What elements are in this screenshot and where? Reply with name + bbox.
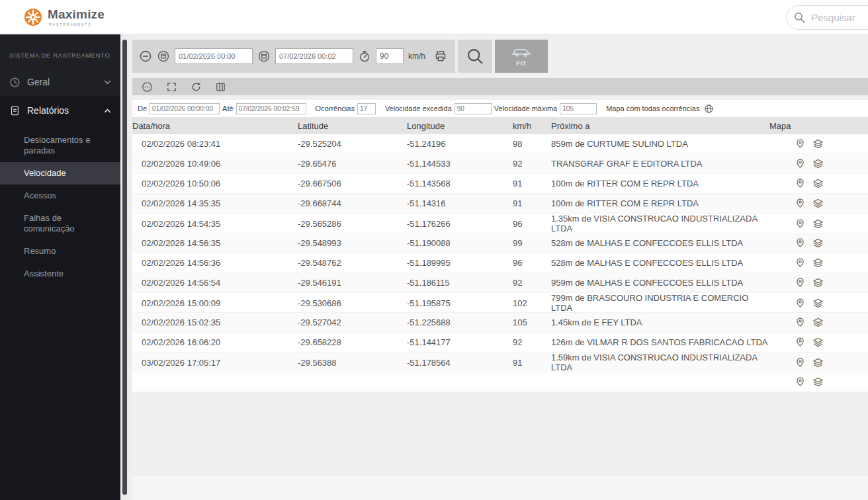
filter-vel-maxima-input[interactable]: [560, 103, 597, 114]
sidebar-item-resumo[interactable]: Resumo: [0, 240, 120, 263]
route-pin-icon: [795, 317, 806, 328]
cell-data-hora: 02/02/2026 15:00:09: [132, 298, 298, 308]
clock-icon: [9, 77, 21, 88]
sidebar-item-falhas[interactable]: Falhas de comunicação: [0, 207, 120, 240]
header-data-hora[interactable]: Data/hora: [132, 121, 298, 131]
table-row[interactable]: 02/02/2026 14:54:35 -29.565286 -51.17626…: [132, 214, 868, 233]
layers-icon: [812, 337, 824, 348]
cell-latitude: -29.668744: [298, 198, 407, 208]
cell-longitude: -51.24196: [407, 139, 513, 149]
show-route-button[interactable]: [795, 178, 806, 189]
table-row[interactable]: 02/02/2026 15:00:09 -29.530686 -51.19587…: [132, 293, 868, 313]
printer-icon[interactable]: [434, 50, 447, 63]
show-route-button[interactable]: [795, 317, 806, 328]
more-options-button[interactable]: [142, 81, 153, 93]
show-route-button[interactable]: [795, 158, 806, 169]
show-route-button[interactable]: [795, 298, 806, 309]
show-route-button[interactable]: [795, 277, 806, 288]
show-layers-button[interactable]: [812, 158, 824, 169]
table-row[interactable]: 03/02/2026 17:05:17 -29.56388 -51.178564…: [132, 353, 868, 372]
cell-kmh: 91: [513, 358, 551, 368]
layers-icon: [812, 317, 824, 328]
sidebar-item-acessos[interactable]: Acessos: [0, 185, 120, 207]
show-route-button[interactable]: [795, 337, 806, 348]
show-layers-button[interactable]: [812, 337, 824, 348]
search-input[interactable]: [811, 12, 868, 23]
show-layers-button[interactable]: [812, 198, 824, 209]
sidebar-item-deslocamentos[interactable]: Deslocamentos e paradas: [0, 129, 120, 162]
cell-longitude: -51.195875: [407, 298, 513, 308]
table-row[interactable]: 02/02/2026 14:56:36 -29.548762 -51.18999…: [132, 253, 868, 273]
show-layers-button[interactable]: [812, 237, 824, 249]
report-document-icon: [9, 105, 21, 116]
table-row[interactable]: 02/02/2026 15:02:35 -29.527042 -51.22568…: [132, 313, 868, 333]
header-longitude[interactable]: Longitude: [407, 121, 513, 131]
show-route-button[interactable]: [795, 138, 806, 149]
scrollbar-thumb[interactable]: [122, 40, 127, 495]
show-layers-button[interactable]: [812, 138, 824, 149]
show-route-button[interactable]: [795, 357, 806, 368]
refresh-button[interactable]: [191, 81, 202, 93]
date-from-input[interactable]: [175, 48, 253, 64]
columns-button[interactable]: [215, 81, 226, 93]
show-route-button[interactable]: [795, 376, 806, 388]
logo-subtext: RASTREAMENTO: [49, 22, 105, 26]
show-layers-button[interactable]: [812, 218, 824, 229]
sidebar-section-geral[interactable]: Geral: [0, 68, 120, 96]
cell-data-hora: 02/02/2026 14:35:35: [132, 198, 298, 208]
header-kmh[interactable]: km/h: [513, 121, 551, 131]
vehicle-fit-button[interactable]: FIT: [495, 40, 548, 73]
run-report-search-button[interactable]: [458, 40, 492, 73]
show-layers-button[interactable]: [812, 298, 824, 309]
cell-proximo-a: 126m de VILMAR R DOS SANTOS FABRICACAO L…: [551, 337, 769, 347]
sidebar-section-label: Relatórios: [27, 105, 104, 116]
filter-de-input[interactable]: [150, 103, 220, 114]
header-latitude[interactable]: Latitude: [298, 121, 407, 131]
globe-icon[interactable]: [704, 104, 714, 114]
map-all-occurrences-label: Mapa com todas ocorrências: [606, 104, 699, 112]
route-pin-icon: [795, 237, 806, 249]
cell-latitude: -29.658228: [298, 337, 407, 347]
show-route-button[interactable]: [795, 218, 806, 229]
filter-ate-input[interactable]: [236, 103, 306, 114]
speed-threshold-input[interactable]: [376, 48, 404, 64]
table-row[interactable]: 02/02/2026 16:06:20 -29.658228 -51.14417…: [132, 333, 868, 353]
interval-clock-icon[interactable]: [139, 50, 152, 63]
layers-icon: [812, 257, 824, 269]
show-layers-button[interactable]: [812, 178, 824, 189]
date-to-input[interactable]: [275, 48, 353, 64]
table-row[interactable]: 02/02/2026 10:49:06 -29.65476 -51.144533…: [132, 154, 868, 174]
cell-proximo-a: 100m de RITTER COM E REPR LTDA: [551, 198, 769, 208]
logo-link[interactable]: Maximize RASTREAMENTO: [24, 7, 105, 26]
filter-ate-label: Até: [222, 104, 234, 112]
table-row[interactable]: 02/02/2026 08:23:41 -29.525204 -51.24196…: [132, 134, 868, 154]
sidebar-section-relatorios[interactable]: Relatórios: [0, 96, 120, 125]
header-proximo-a[interactable]: Próximo a: [551, 121, 769, 131]
table-row[interactable]: 02/02/2026 14:56:35 -29.548993 -51.19008…: [132, 233, 868, 253]
show-layers-button[interactable]: [812, 376, 824, 388]
sidebar-item-assistente[interactable]: Assistente: [0, 263, 120, 285]
show-route-button[interactable]: [795, 237, 806, 249]
filter-vel-excedida-input[interactable]: [455, 103, 492, 114]
table-row[interactable]: 02/02/2026 14:35:35 -29.668744 -51.14316…: [132, 194, 868, 214]
show-layers-button[interactable]: [812, 257, 824, 269]
show-layers-button[interactable]: [812, 277, 824, 288]
route-pin-icon: [795, 337, 806, 348]
show-route-button[interactable]: [795, 257, 806, 269]
route-pin-icon: [795, 257, 806, 269]
fullscreen-button[interactable]: [166, 81, 177, 93]
filter-ocorrencias-input[interactable]: [357, 103, 376, 114]
cell-longitude: -51.176266: [407, 219, 513, 229]
cell-latitude: -29.525204: [298, 139, 407, 149]
sidebar-item-velocidade[interactable]: Velocidade: [0, 162, 120, 185]
table-row[interactable]: 02/02/2026 10:50:06 -29.667506 -51.14356…: [132, 174, 868, 194]
cell-kmh: 105: [513, 317, 551, 327]
show-route-button[interactable]: [795, 198, 806, 209]
table-row[interactable]: 02/02/2026 14:56:54 -29.546191 -51.18611…: [132, 273, 868, 293]
show-layers-button[interactable]: [812, 317, 824, 328]
header-mapa[interactable]: Mapa: [769, 121, 868, 131]
show-layers-button[interactable]: [812, 357, 824, 368]
table-row-icons-only: [132, 372, 868, 392]
cell-data-hora: 02/02/2026 08:23:41: [132, 139, 298, 149]
cell-data-hora: 02/02/2026 10:50:06: [132, 179, 298, 188]
